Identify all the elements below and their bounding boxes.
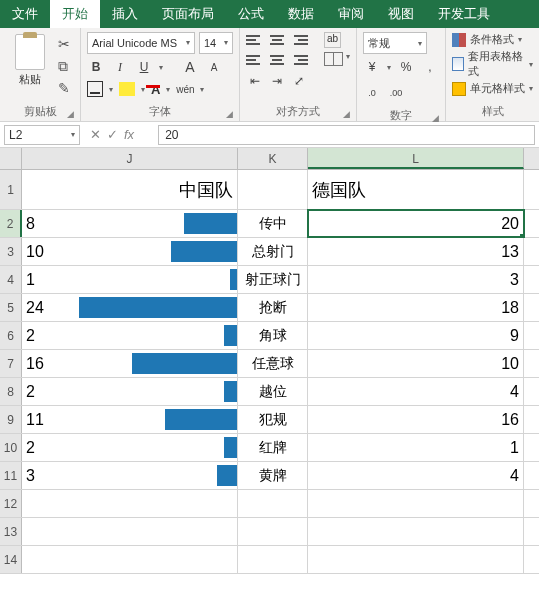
cell[interactable] bbox=[308, 546, 524, 573]
tab-data[interactable]: 数据 bbox=[276, 0, 326, 28]
format-painter-icon[interactable]: ✎ bbox=[58, 80, 74, 96]
cell[interactable]: 德国队 bbox=[308, 170, 524, 209]
row-header[interactable]: 2 bbox=[0, 210, 22, 237]
font-size-select[interactable]: 14▾ bbox=[199, 32, 233, 54]
align-left-button[interactable] bbox=[246, 52, 264, 68]
row-header[interactable]: 1 bbox=[0, 170, 22, 209]
cell[interactable]: 10 bbox=[308, 350, 524, 377]
cell[interactable]: 16 bbox=[308, 406, 524, 433]
cell[interactable]: 16 bbox=[22, 350, 238, 377]
borders-button[interactable] bbox=[87, 81, 103, 97]
cell[interactable] bbox=[238, 170, 308, 209]
cell[interactable]: 4 bbox=[308, 378, 524, 405]
tab-review[interactable]: 审阅 bbox=[326, 0, 376, 28]
font-color-button[interactable]: A bbox=[151, 82, 160, 97]
cell[interactable]: 黄牌 bbox=[238, 462, 308, 489]
tab-insert[interactable]: 插入 bbox=[100, 0, 150, 28]
align-right-button[interactable] bbox=[290, 52, 308, 68]
font-color-dropdown-icon[interactable]: ▾ bbox=[166, 85, 170, 94]
currency-dropdown-icon[interactable]: ▾ bbox=[387, 63, 391, 72]
orientation-button[interactable]: ⤢ bbox=[290, 72, 308, 90]
cell[interactable]: 3 bbox=[22, 462, 238, 489]
chevron-down-icon[interactable]: ▾ bbox=[71, 130, 75, 139]
number-launcher-icon[interactable]: ◢ bbox=[432, 113, 439, 123]
bold-button[interactable]: B bbox=[87, 58, 105, 76]
decrease-decimal-button[interactable]: .00 bbox=[387, 84, 405, 102]
number-format-select[interactable]: 常规▾ bbox=[363, 32, 427, 54]
cell[interactable]: 20 bbox=[308, 210, 524, 237]
row-header[interactable]: 11 bbox=[0, 462, 22, 489]
tab-developer[interactable]: 开发工具 bbox=[426, 0, 502, 28]
cell[interactable]: 抢断 bbox=[238, 294, 308, 321]
cell[interactable]: 18 bbox=[308, 294, 524, 321]
cell-styles-button[interactable]: 单元格样式▾ bbox=[452, 81, 533, 96]
cell[interactable]: 传中 bbox=[238, 210, 308, 237]
col-header-J[interactable]: J bbox=[22, 148, 238, 169]
cell[interactable]: 13 bbox=[308, 238, 524, 265]
cell[interactable]: 11 bbox=[22, 406, 238, 433]
row-header[interactable]: 13 bbox=[0, 518, 22, 545]
select-all-corner[interactable] bbox=[0, 148, 22, 169]
cell[interactable] bbox=[238, 490, 308, 517]
chevron-down-icon[interactable]: ▾ bbox=[224, 33, 228, 53]
cancel-formula-icon[interactable]: ✕ bbox=[90, 127, 101, 142]
cell[interactable]: 总射门 bbox=[238, 238, 308, 265]
cell[interactable]: 3 bbox=[308, 266, 524, 293]
copy-icon[interactable]: ⧉ bbox=[58, 58, 74, 74]
comma-style-button[interactable]: , bbox=[421, 58, 439, 76]
row-header[interactable]: 5 bbox=[0, 294, 22, 321]
decrease-indent-button[interactable]: ⇤ bbox=[246, 72, 264, 90]
enter-formula-icon[interactable]: ✓ bbox=[107, 127, 118, 142]
cut-icon[interactable]: ✂ bbox=[58, 36, 74, 52]
font-name-select[interactable]: Arial Unicode MS▾ bbox=[87, 32, 195, 54]
cell[interactable]: 9 bbox=[308, 322, 524, 349]
paste-icon[interactable] bbox=[15, 34, 45, 70]
shrink-font-button[interactable]: A bbox=[205, 58, 223, 76]
cell[interactable]: 红牌 bbox=[238, 434, 308, 461]
increase-decimal-button[interactable]: .0 bbox=[363, 84, 381, 102]
phonetic-dropdown-icon[interactable]: ▾ bbox=[200, 85, 204, 94]
col-header-L[interactable]: L bbox=[308, 148, 524, 169]
row-header[interactable]: 4 bbox=[0, 266, 22, 293]
row-header[interactable]: 9 bbox=[0, 406, 22, 433]
cell[interactable]: 1 bbox=[308, 434, 524, 461]
tab-home[interactable]: 开始 bbox=[50, 0, 100, 28]
row-header[interactable]: 6 bbox=[0, 322, 22, 349]
paste-button[interactable]: 粘贴 bbox=[19, 72, 41, 87]
grow-font-button[interactable]: A bbox=[181, 58, 199, 76]
merge-cells-button[interactable] bbox=[324, 52, 342, 66]
cell[interactable]: 10 bbox=[22, 238, 238, 265]
cell[interactable] bbox=[308, 518, 524, 545]
fill-color-button[interactable] bbox=[119, 82, 135, 96]
tab-formulas[interactable]: 公式 bbox=[226, 0, 276, 28]
name-box[interactable]: L2▾ bbox=[4, 125, 80, 145]
conditional-formatting-button[interactable]: 条件格式▾ bbox=[452, 32, 522, 47]
fill-dropdown-icon[interactable]: ▾ bbox=[141, 85, 145, 94]
currency-button[interactable]: ¥ bbox=[363, 58, 381, 76]
cell[interactable] bbox=[238, 518, 308, 545]
phonetic-button[interactable]: wén bbox=[176, 80, 194, 98]
row-header[interactable]: 14 bbox=[0, 546, 22, 573]
formula-input[interactable]: 20 bbox=[158, 125, 535, 145]
cell[interactable]: 2 bbox=[22, 434, 238, 461]
cell[interactable] bbox=[22, 518, 238, 545]
cell[interactable]: 2 bbox=[22, 322, 238, 349]
cell[interactable] bbox=[238, 546, 308, 573]
worksheet-grid[interactable]: J K L 1 中国队 德国队2 8 传中 203 10 总射门 134 1 射… bbox=[0, 148, 539, 574]
cell[interactable] bbox=[22, 546, 238, 573]
merge-dropdown-icon[interactable]: ▾ bbox=[346, 52, 350, 68]
tab-file[interactable]: 文件 bbox=[0, 0, 50, 28]
cell[interactable]: 2 bbox=[22, 378, 238, 405]
align-middle-button[interactable] bbox=[268, 32, 286, 48]
col-header-K[interactable]: K bbox=[238, 148, 308, 169]
cell[interactable]: 中国队 bbox=[22, 170, 238, 209]
cell[interactable]: 24 bbox=[22, 294, 238, 321]
align-launcher-icon[interactable]: ◢ bbox=[343, 109, 350, 119]
cell[interactable]: 任意球 bbox=[238, 350, 308, 377]
cell[interactable]: 射正球门 bbox=[238, 266, 308, 293]
cell[interactable] bbox=[308, 490, 524, 517]
borders-dropdown-icon[interactable]: ▾ bbox=[109, 85, 113, 94]
align-bottom-button[interactable] bbox=[290, 32, 308, 48]
wrap-text-button[interactable]: ab bbox=[324, 32, 341, 48]
row-header[interactable]: 7 bbox=[0, 350, 22, 377]
